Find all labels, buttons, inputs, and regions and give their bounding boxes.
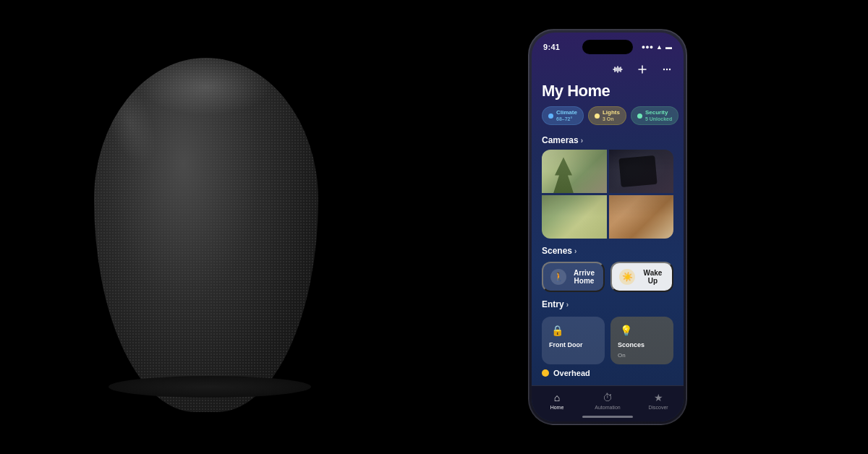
overhead-dot bbox=[542, 369, 549, 377]
iphone-power-button bbox=[686, 87, 687, 124]
automation-tab-label: Automation bbox=[595, 405, 620, 410]
camera-cell-3[interactable] bbox=[542, 195, 607, 239]
lights-label: Lights bbox=[603, 110, 620, 116]
entry-label: Entry bbox=[542, 299, 564, 309]
arrive-home-label: Arrive Home bbox=[572, 269, 596, 285]
homepod-speaker bbox=[72, 14, 347, 419]
entry-chevron: › bbox=[566, 301, 569, 309]
overhead-row[interactable]: Overhead bbox=[532, 364, 684, 377]
svg-point-1 bbox=[666, 69, 668, 70]
home-tab-icon: ⌂ bbox=[554, 392, 560, 403]
climate-label: Climate bbox=[556, 110, 577, 116]
category-pills: Climate 68–72° Lights 3 On bbox=[532, 106, 684, 132]
arrive-home-icon: 🚶 bbox=[550, 269, 566, 285]
sconces-tile[interactable]: 💡 Sconces On bbox=[610, 317, 673, 364]
svg-point-0 bbox=[663, 69, 665, 70]
sconces-icon: 💡 bbox=[618, 322, 634, 338]
security-value: 5 Unlocked bbox=[645, 116, 672, 122]
automation-tab-icon: ⏱ bbox=[603, 392, 613, 403]
sconces-name: Sconces bbox=[618, 341, 666, 349]
security-pill[interactable]: Security 5 Unlocked bbox=[631, 106, 678, 125]
iphone-mute-button bbox=[528, 80, 529, 98]
home-title: My Home bbox=[532, 82, 684, 106]
discover-tab-icon: ★ bbox=[654, 392, 663, 403]
tab-automation[interactable]: ⏱ Automation bbox=[582, 392, 633, 410]
home-tab-label: Home bbox=[550, 405, 564, 410]
cameras-chevron: › bbox=[581, 137, 583, 145]
tab-discover[interactable]: ★ Discover bbox=[633, 392, 684, 410]
home-indicator bbox=[582, 416, 633, 418]
iphone-volume-up-button bbox=[528, 106, 529, 131]
iphone-screen: 9:41 ●●● ▲ ▬ bbox=[532, 33, 684, 421]
iphone-device: 9:41 ●●● ▲ ▬ bbox=[528, 29, 687, 425]
waveform-icon[interactable] bbox=[610, 61, 626, 77]
status-icons: ●●● ▲ ▬ bbox=[642, 43, 672, 51]
camera-cell-1[interactable] bbox=[542, 150, 607, 193]
app-toolbar bbox=[532, 59, 684, 82]
camera-grid bbox=[542, 150, 673, 239]
iphone-volume-down-button bbox=[528, 137, 529, 162]
tab-home[interactable]: ⌂ Home bbox=[532, 392, 582, 410]
status-time: 9:41 bbox=[543, 43, 560, 51]
homepod-glow bbox=[141, 58, 271, 116]
homepod-body bbox=[94, 58, 318, 412]
sconces-status: On bbox=[618, 352, 666, 359]
ellipsis-icon[interactable] bbox=[659, 61, 675, 77]
cameras-label: Cameras bbox=[542, 135, 579, 145]
iphone-body: 9:41 ●●● ▲ ▬ bbox=[528, 29, 687, 425]
dynamic-island bbox=[582, 40, 633, 54]
wifi-icon: ▲ bbox=[656, 43, 663, 51]
scenes-chevron: › bbox=[574, 247, 576, 255]
front-door-name: Front Door bbox=[549, 341, 597, 349]
cameras-section-header[interactable]: Cameras › bbox=[532, 132, 684, 150]
battery-icon: ▬ bbox=[665, 43, 672, 51]
homepod-base bbox=[109, 376, 311, 398]
climate-value: 68–72° bbox=[556, 116, 577, 122]
climate-pill[interactable]: Climate 68–72° bbox=[542, 106, 584, 125]
scenes-row: 🚶 Arrive Home ☀️ Wake Up bbox=[532, 262, 684, 292]
front-door-tile[interactable]: 🔒 Front Door bbox=[542, 317, 605, 364]
arrive-home-scene[interactable]: 🚶 Arrive Home bbox=[542, 262, 605, 292]
signal-icon: ●●● bbox=[642, 43, 653, 51]
home-app-content: My Home Climate 68–72° Lights bbox=[532, 59, 684, 421]
front-door-icon: 🔒 bbox=[549, 322, 565, 338]
wake-up-icon: ☀️ bbox=[619, 269, 635, 285]
overhead-label: Overhead bbox=[553, 369, 590, 377]
lights-value: 3 On bbox=[603, 116, 620, 122]
scenes-section-header[interactable]: Scenes › bbox=[532, 243, 684, 260]
security-label: Security bbox=[645, 110, 672, 116]
add-icon[interactable] bbox=[634, 61, 650, 77]
camera-cell-4[interactable] bbox=[609, 195, 674, 239]
wake-up-label: Wake Up bbox=[641, 269, 665, 285]
wake-up-scene[interactable]: ☀️ Wake Up bbox=[610, 262, 673, 292]
camera-cell-2[interactable] bbox=[609, 150, 674, 193]
discover-tab-label: Discover bbox=[648, 405, 668, 410]
svg-point-2 bbox=[669, 69, 671, 70]
entry-row: 🔒 Front Door 💡 Sconces On bbox=[532, 317, 684, 364]
entry-section-header[interactable]: Entry › bbox=[532, 296, 684, 314]
scenes-label: Scenes bbox=[542, 246, 572, 256]
lights-pill[interactable]: Lights 3 On bbox=[588, 106, 626, 125]
